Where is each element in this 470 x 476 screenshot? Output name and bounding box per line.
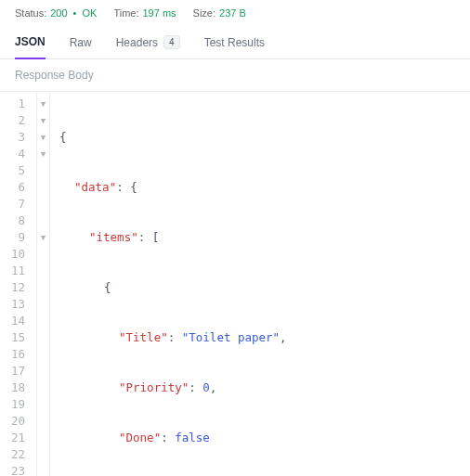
tab-headers[interactable]: Headers 4 <box>116 35 180 58</box>
fold-toggle[interactable]: ▼ <box>37 146 49 162</box>
status-dot-icon: • <box>72 7 79 19</box>
time-value: 197 ms <box>142 7 176 19</box>
fold-toggle[interactable]: ▼ <box>37 96 49 112</box>
fold-toggle[interactable]: ▼ <box>37 229 49 246</box>
code-content[interactable]: { "data": { "items": [ { "Title": "Toile… <box>50 92 470 476</box>
line-number-gutter: 12345 678910 1112131415 1617181920 21222… <box>0 92 37 476</box>
status-bar: Status: 200 • OK Time: 197 ms Size: 237 … <box>0 0 470 26</box>
fold-toggle[interactable]: ▼ <box>37 129 49 146</box>
code-viewer: 12345 678910 1112131415 1617181920 21222… <box>0 91 470 476</box>
time-group: Time: 197 ms <box>113 7 176 19</box>
fold-toggle[interactable]: ▼ <box>37 112 49 129</box>
tab-headers-label: Headers <box>116 36 158 49</box>
size-label: Size: <box>193 7 215 19</box>
time-label: Time: <box>113 7 138 19</box>
status-group: Status: 200 • OK <box>15 7 97 19</box>
response-body-label: Response Body <box>0 59 470 91</box>
tab-json[interactable]: JSON <box>15 35 46 59</box>
tab-raw[interactable]: Raw <box>70 36 92 58</box>
size-value: 237 B <box>219 7 246 19</box>
status-code: 200 <box>50 7 67 19</box>
headers-count-badge: 4 <box>163 35 180 49</box>
fold-gutter: ▼ ▼ ▼ ▼ ▼ <box>37 92 50 476</box>
status-text: OK <box>82 7 97 19</box>
status-label: Status: <box>15 7 46 19</box>
tab-test-results[interactable]: Test Results <box>204 36 265 58</box>
response-tabs: JSON Raw Headers 4 Test Results <box>0 26 470 59</box>
size-group: Size: 237 B <box>193 7 246 19</box>
